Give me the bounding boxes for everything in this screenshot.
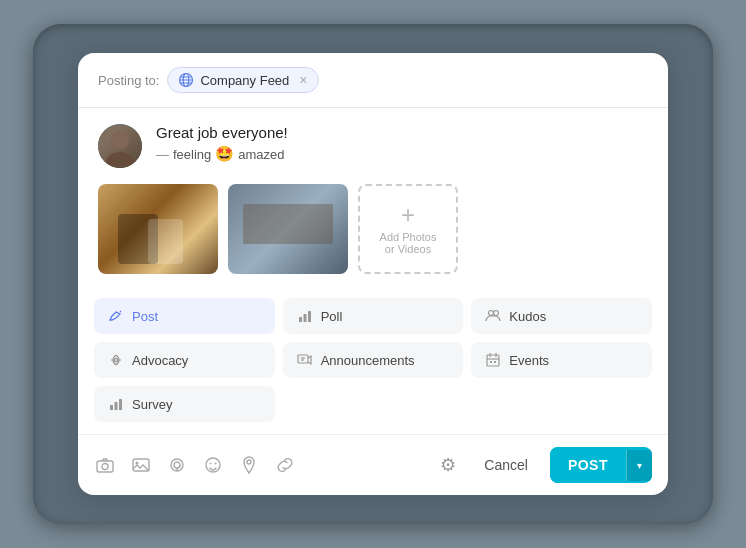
post-button[interactable]: POST xyxy=(550,447,626,483)
add-photo-plus-icon: + xyxy=(401,203,415,227)
feeling-line: — feeling 🤩 amazed xyxy=(156,145,648,163)
posting-tag[interactable]: Company Feed × xyxy=(167,67,318,93)
posting-to-label: Posting to: xyxy=(98,73,159,88)
avatar xyxy=(98,124,142,168)
post-type-kudos[interactable]: Kudos xyxy=(471,298,652,334)
modal-header: Posting to: Company Feed × xyxy=(78,53,668,108)
svg-rect-23 xyxy=(110,405,113,410)
svg-rect-24 xyxy=(115,402,118,410)
svg-point-27 xyxy=(102,464,108,470)
svg-point-32 xyxy=(210,463,212,465)
globe-icon xyxy=(178,72,194,88)
advocacy-icon xyxy=(108,352,124,368)
svg-rect-7 xyxy=(98,124,142,168)
chevron-down-icon: ▾ xyxy=(637,460,642,471)
poll-icon xyxy=(297,308,313,324)
announcements-icon xyxy=(297,352,313,368)
post-type-announcements[interactable]: Announcements xyxy=(283,342,464,378)
feed-name-label: Company Feed xyxy=(200,73,289,88)
camera-icon[interactable] xyxy=(94,454,116,476)
svg-rect-14 xyxy=(298,355,308,363)
feeling-emoji: 🤩 xyxy=(215,145,234,163)
svg-rect-22 xyxy=(494,361,496,363)
post-message: Great job everyone! xyxy=(156,124,648,141)
photos-section: + Add Photos or Videos xyxy=(78,184,668,290)
avatar-image xyxy=(98,124,142,168)
photo-1[interactable] xyxy=(98,184,218,274)
post-type-post[interactable]: Post xyxy=(94,298,275,334)
svg-point-34 xyxy=(247,460,251,464)
feeling-dash: — xyxy=(156,147,169,162)
cancel-button[interactable]: Cancel xyxy=(472,449,540,481)
svg-point-29 xyxy=(136,462,139,465)
post-types-grid: Post Poll Kudos xyxy=(78,290,668,434)
svg-point-11 xyxy=(489,311,494,316)
post-type-events[interactable]: Events xyxy=(471,342,652,378)
svg-rect-25 xyxy=(119,399,122,410)
post-dropdown-button[interactable]: ▾ xyxy=(626,450,652,481)
post-icon xyxy=(108,308,124,324)
post-type-advocacy[interactable]: Advocacy xyxy=(94,342,275,378)
survey-icon xyxy=(108,396,124,412)
svg-rect-17 xyxy=(487,355,499,366)
kudos-icon xyxy=(485,308,501,324)
post-content-area: Great job everyone! — feeling 🤩 amazed xyxy=(78,108,668,184)
modal-footer: ⚙ Cancel POST ▾ xyxy=(78,434,668,495)
emoji-icon[interactable] xyxy=(202,454,224,476)
remove-feed-icon[interactable]: × xyxy=(299,72,307,88)
svg-point-12 xyxy=(494,311,499,316)
post-type-survey[interactable]: Survey xyxy=(94,386,275,422)
add-photo-button[interactable]: + Add Photos or Videos xyxy=(358,184,458,274)
mention-icon[interactable] xyxy=(166,454,188,476)
create-post-modal: Posting to: Company Feed × xyxy=(78,53,668,495)
toolbar-icons xyxy=(94,454,440,476)
events-icon xyxy=(485,352,501,368)
add-photo-label: Add Photos or Videos xyxy=(380,231,437,255)
feeling-state: amazed xyxy=(238,147,284,162)
post-button-group: POST ▾ xyxy=(550,447,652,483)
feeling-prefix: feeling xyxy=(173,147,211,162)
footer-actions: ⚙ Cancel POST ▾ xyxy=(440,447,652,483)
device-frame: Posting to: Company Feed × xyxy=(33,24,713,524)
svg-rect-9 xyxy=(303,314,306,322)
svg-rect-10 xyxy=(308,311,311,322)
link-icon[interactable] xyxy=(274,454,296,476)
svg-rect-8 xyxy=(299,317,302,322)
svg-point-33 xyxy=(215,463,217,465)
settings-icon[interactable]: ⚙ xyxy=(440,454,456,476)
post-type-poll[interactable]: Poll xyxy=(283,298,464,334)
image-icon[interactable] xyxy=(130,454,152,476)
svg-rect-26 xyxy=(97,461,113,472)
svg-rect-21 xyxy=(490,361,492,363)
photo-2[interactable] xyxy=(228,184,348,274)
location-icon[interactable] xyxy=(238,454,260,476)
post-text-area: Great job everyone! — feeling 🤩 amazed xyxy=(156,124,648,168)
